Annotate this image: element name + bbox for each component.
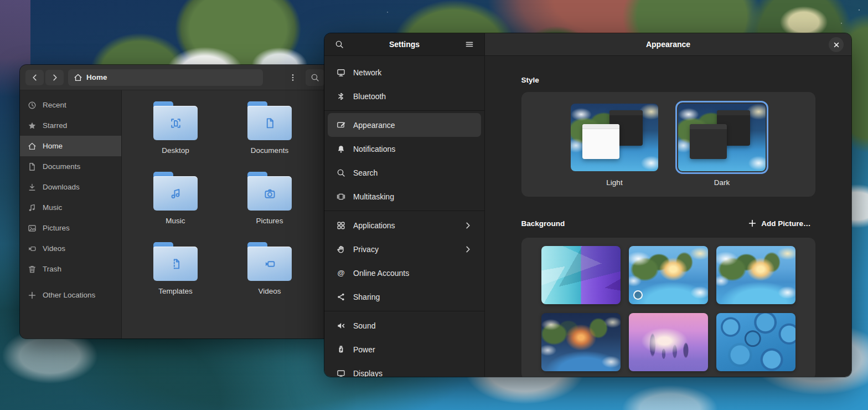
sidebar-item-online-accounts[interactable]: @Online Accounts — [328, 261, 481, 285]
star-icon — [28, 121, 37, 130]
style-option-label: Dark — [714, 178, 730, 187]
sidebar-item-label: Starred — [43, 121, 67, 130]
sidebar-item-downloads[interactable]: Downloads — [20, 177, 121, 197]
folder-videos[interactable]: Videos — [223, 241, 317, 311]
sidebar-item-videos[interactable]: Videos — [20, 238, 121, 259]
privacy-icon — [337, 245, 345, 254]
sidebar-item-recent[interactable]: Recent — [20, 95, 121, 115]
sidebar-item-label: Recent — [43, 101, 66, 109]
sidebar-item-multitasking[interactable]: Multitasking — [328, 184, 481, 208]
sidebar-item-music[interactable]: Music — [20, 197, 121, 218]
folder-documents[interactable]: Documents — [223, 100, 317, 171]
sidebar-item-bluetooth[interactable]: Bluetooth — [328, 84, 481, 108]
sidebar-item-starred[interactable]: Starred — [20, 115, 121, 136]
add-picture-button[interactable]: Add Picture… — [743, 216, 815, 231]
folder-music[interactable]: Music — [128, 171, 223, 241]
wallpaper-thumb-blue-pretzels[interactable] — [716, 313, 795, 371]
wallpaper-thumb-winter-sunset[interactable] — [629, 313, 708, 371]
folder-icon — [247, 242, 292, 282]
sidebar-item-pictures[interactable]: Pictures — [20, 218, 121, 238]
style-option-dark[interactable]: Dark — [675, 101, 768, 187]
sidebar-item-label: Notifications — [353, 145, 472, 153]
sidebar-item-sound[interactable]: Sound — [328, 314, 481, 337]
forward-button[interactable] — [45, 70, 64, 85]
sidebar-item-power[interactable]: Power — [328, 337, 481, 361]
folder-icon — [153, 172, 198, 212]
wallpaper-thumb-day-landscape-alt[interactable] — [716, 246, 795, 304]
home-icon — [74, 73, 82, 82]
notifications-icon — [337, 145, 345, 153]
trash-icon — [28, 265, 37, 274]
power-icon — [337, 345, 345, 354]
files-menu-button[interactable] — [285, 69, 301, 86]
sidebar-item-label: Home — [43, 142, 63, 150]
sidebar-item-label: Documents — [43, 162, 80, 171]
preview-window-header — [609, 110, 643, 115]
folder-body — [247, 247, 292, 281]
folder-grid: DesktopDocumentsMusicPicturesTemplatesVi… — [128, 100, 330, 311]
settings-search-button[interactable] — [331, 36, 348, 53]
bluetooth-icon — [337, 92, 345, 101]
sidebar-item-search[interactable]: Search — [328, 161, 481, 184]
folder-body — [153, 176, 198, 211]
wallpaper-thumb-night-landscape[interactable] — [541, 313, 621, 371]
desktop-wallpaper: Home RecentStarredHomeDocumentsDownloads… — [0, 0, 868, 410]
folder-templates[interactable]: Templates — [128, 241, 223, 311]
svg-text:@: @ — [337, 269, 344, 277]
sidebar-divider — [324, 110, 484, 111]
folder-desktop[interactable]: Desktop — [128, 100, 223, 171]
primary-menu-button[interactable] — [461, 36, 478, 53]
folder-body — [247, 106, 292, 140]
sidebar-item-appearance[interactable]: Appearance — [328, 113, 481, 137]
sidebar-item-sharing[interactable]: Sharing — [328, 285, 481, 309]
plus-icon — [748, 219, 757, 228]
back-button[interactable] — [25, 70, 44, 85]
displays-icon — [337, 369, 345, 377]
style-option-label: Light — [606, 178, 622, 187]
files-window: Home RecentStarredHomeDocumentsDownloads… — [20, 65, 330, 339]
sidebar-item-label: Multitasking — [353, 192, 472, 201]
path-bar[interactable]: Home — [68, 69, 263, 86]
search-icon — [337, 168, 345, 177]
folder-icon — [247, 101, 292, 141]
wallpaper-thumb-abstract-split-light-dark[interactable] — [541, 246, 621, 304]
sidebar-item-label: Bluetooth — [353, 92, 472, 101]
search-icon — [311, 73, 319, 82]
files-body: RecentStarredHomeDocumentsDownloadsMusic… — [20, 90, 330, 339]
settings-window-title: Settings — [348, 40, 461, 49]
folder-icon — [247, 172, 292, 212]
close-button[interactable] — [829, 37, 844, 52]
appearance-headerbar: Appearance — [485, 33, 851, 56]
style-option-light[interactable]: Light — [568, 101, 661, 187]
network-icon — [337, 68, 345, 77]
sidebar-item-label: Videos — [43, 244, 65, 253]
sidebar-item-network[interactable]: Network — [328, 60, 481, 84]
folder-icon — [153, 101, 198, 141]
sidebar-item-label: Sharing — [353, 293, 472, 301]
folder-label: Templates — [158, 287, 193, 295]
sidebar-item-applications[interactable]: Applications — [328, 213, 481, 237]
sidebar-item-trash[interactable]: Trash — [20, 259, 121, 279]
style-preview-light — [571, 104, 658, 171]
wallpaper-thumb-day-landscape[interactable] — [629, 246, 708, 304]
sidebar-item-label: Appearance — [353, 121, 472, 130]
preview-window-header — [690, 124, 727, 129]
files-search-button[interactable] — [306, 69, 324, 86]
sidebar-item-other-locations[interactable]: Other Locations — [20, 285, 121, 305]
folder-pictures[interactable]: Pictures — [223, 171, 317, 241]
sidebar-item-documents[interactable]: Documents — [20, 156, 121, 177]
music-emblem-icon — [168, 186, 183, 201]
video-icon — [28, 244, 37, 253]
sidebar-item-label: Power — [353, 345, 472, 354]
files-headerbar: Home — [20, 65, 330, 90]
sidebar-item-displays[interactable]: Displays — [328, 361, 481, 377]
hamburger-menu-icon — [465, 40, 474, 49]
sidebar-item-notifications[interactable]: Notifications — [328, 137, 481, 161]
style-preview-dark — [678, 104, 766, 171]
applications-icon — [337, 221, 345, 230]
sidebar-item-home[interactable]: Home — [20, 136, 121, 156]
panel-scroll-area[interactable]: Style LightDark Background Add Picture… — [485, 56, 851, 377]
style-heading: Style — [521, 76, 815, 84]
sidebar-item-privacy[interactable]: Privacy — [328, 237, 481, 261]
clock-icon — [28, 101, 37, 110]
